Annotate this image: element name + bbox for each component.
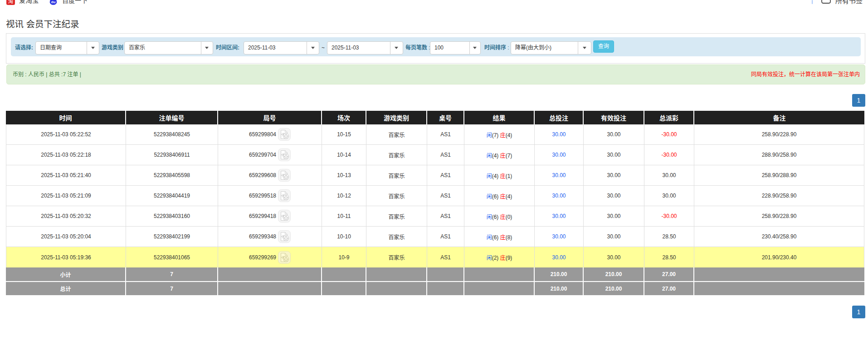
svg-text:du: du [51, 0, 56, 4]
